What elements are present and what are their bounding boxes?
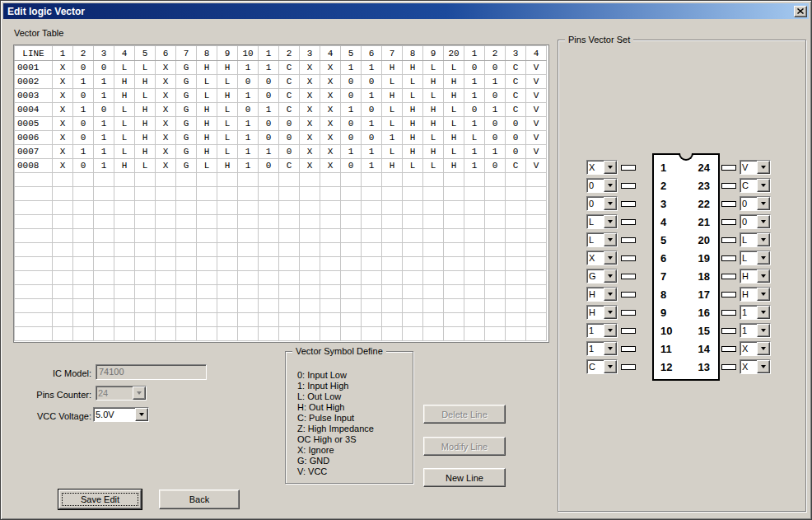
- dropdown-button[interactable]: [757, 215, 770, 228]
- vector-cell[interactable]: L: [403, 89, 423, 103]
- pin-17-combo[interactable]: H: [740, 287, 771, 302]
- vector-cell[interactable]: G: [176, 131, 197, 145]
- vector-cell[interactable]: L: [217, 75, 238, 89]
- vector-cell[interactable]: L: [114, 117, 135, 131]
- vector-cell[interactable]: 0: [259, 131, 279, 145]
- vector-cell[interactable]: G: [176, 61, 197, 75]
- dropdown-button[interactable]: [604, 269, 617, 283]
- vector-cell[interactable]: 0: [464, 103, 485, 117]
- vector-cell[interactable]: X: [156, 131, 176, 145]
- vector-cell[interactable]: 1: [464, 75, 485, 89]
- pin-11-combo[interactable]: 1: [586, 341, 618, 356]
- vector-cell[interactable]: H: [135, 131, 156, 145]
- vector-cell[interactable]: L: [464, 131, 485, 145]
- vector-table-row[interactable]: 0004X10LHXGHL01CXX10LHHL01CV: [15, 103, 547, 117]
- vector-cell[interactable]: C: [279, 61, 300, 75]
- vector-cell[interactable]: V: [526, 117, 547, 131]
- vector-cell[interactable]: V: [526, 159, 547, 173]
- vector-cell[interactable]: X: [320, 145, 341, 159]
- vector-cell[interactable]: H: [423, 103, 444, 117]
- dropdown-button[interactable]: [757, 360, 770, 373]
- vector-cell[interactable]: 0: [73, 61, 94, 75]
- line-number-cell[interactable]: 0004: [15, 103, 53, 117]
- dropdown-button[interactable]: [604, 197, 617, 210]
- dropdown-button[interactable]: [757, 233, 770, 246]
- vector-cell[interactable]: 0: [73, 89, 94, 103]
- vector-cell[interactable]: H: [444, 131, 464, 145]
- vector-cell[interactable]: L: [423, 159, 444, 173]
- vector-cell[interactable]: 1: [94, 117, 114, 131]
- vector-cell[interactable]: V: [526, 89, 547, 103]
- vector-cell[interactable]: 1: [94, 145, 114, 159]
- vector-cell[interactable]: V: [526, 75, 547, 89]
- vector-cell[interactable]: X: [156, 103, 176, 117]
- vector-cell[interactable]: V: [526, 131, 547, 145]
- vector-cell[interactable]: C: [279, 103, 300, 117]
- vector-cell[interactable]: G: [176, 145, 197, 159]
- vector-cell[interactable]: 1: [238, 61, 259, 75]
- pin-19-combo[interactable]: L: [740, 251, 771, 265]
- vector-cell[interactable]: 0: [485, 131, 506, 145]
- vector-cell[interactable]: H: [217, 159, 238, 173]
- vector-cell[interactable]: X: [300, 75, 320, 89]
- dropdown-button[interactable]: [604, 251, 617, 265]
- vector-cell[interactable]: 0: [485, 89, 506, 103]
- pin-23-combo[interactable]: C: [740, 178, 771, 193]
- pin-10-combo[interactable]: 1: [586, 323, 618, 338]
- vector-cell[interactable]: 0: [341, 159, 362, 173]
- vector-cell[interactable]: 0: [506, 145, 526, 159]
- vector-cell[interactable]: L: [444, 61, 464, 75]
- vector-cell[interactable]: H: [114, 159, 135, 173]
- vector-cell[interactable]: 1: [341, 61, 362, 75]
- vector-cell[interactable]: L: [403, 159, 423, 173]
- vector-cell[interactable]: X: [156, 145, 176, 159]
- vector-cell[interactable]: L: [197, 75, 217, 89]
- vector-cell[interactable]: C: [506, 61, 526, 75]
- vector-cell[interactable]: 1: [341, 145, 362, 159]
- vector-cell[interactable]: L: [114, 61, 135, 75]
- vector-cell[interactable]: H: [444, 159, 464, 173]
- line-number-cell[interactable]: 0001: [15, 61, 53, 75]
- vector-cell[interactable]: 1: [362, 117, 382, 131]
- vector-cell[interactable]: 0: [341, 89, 362, 103]
- vector-cell[interactable]: 0: [279, 131, 300, 145]
- dropdown-button[interactable]: [604, 233, 617, 246]
- vector-cell[interactable]: X: [300, 145, 320, 159]
- vector-cell[interactable]: X: [300, 131, 320, 145]
- vector-cell[interactable]: H: [382, 61, 403, 75]
- dropdown-button[interactable]: [757, 161, 770, 174]
- vector-cell[interactable]: 0: [341, 117, 362, 131]
- vector-cell[interactable]: X: [300, 61, 320, 75]
- vector-cell[interactable]: L: [114, 131, 135, 145]
- vector-cell[interactable]: H: [403, 145, 423, 159]
- vector-table-row[interactable]: 0008X01HLXGLH10CXX01HLLH10CV: [15, 159, 547, 173]
- vector-cell[interactable]: G: [176, 103, 197, 117]
- vector-cell[interactable]: X: [53, 145, 73, 159]
- vector-cell[interactable]: C: [279, 75, 300, 89]
- vector-table[interactable]: LINE123456789101234567892012340001X00LLX…: [13, 45, 549, 343]
- vector-cell[interactable]: H: [197, 103, 217, 117]
- vector-cell[interactable]: 1: [238, 159, 259, 173]
- vector-cell[interactable]: C: [506, 89, 526, 103]
- vector-cell[interactable]: X: [320, 89, 341, 103]
- pin-13-combo[interactable]: X: [740, 359, 771, 374]
- vector-cell[interactable]: H: [217, 61, 238, 75]
- vector-cell[interactable]: 1: [259, 103, 279, 117]
- vector-cell[interactable]: 0: [259, 159, 279, 173]
- new-line-button[interactable]: New Line: [423, 468, 506, 487]
- vector-cell[interactable]: H: [444, 89, 464, 103]
- vector-table-row[interactable]: 0005X01LHXGHL100XX01LHHL100V: [15, 117, 547, 131]
- vector-cell[interactable]: X: [320, 61, 341, 75]
- vector-cell[interactable]: X: [156, 89, 176, 103]
- vector-cell[interactable]: L: [135, 61, 156, 75]
- vector-cell[interactable]: V: [526, 145, 547, 159]
- vector-cell[interactable]: H: [197, 117, 217, 131]
- vector-cell[interactable]: L: [114, 103, 135, 117]
- vector-cell[interactable]: C: [506, 159, 526, 173]
- dropdown-button[interactable]: [757, 251, 770, 265]
- vector-cell[interactable]: C: [279, 159, 300, 173]
- pin-22-combo[interactable]: 0: [740, 196, 771, 211]
- vector-cell[interactable]: 1: [94, 75, 114, 89]
- vector-cell[interactable]: 1: [73, 145, 94, 159]
- pin-24-combo[interactable]: V: [740, 160, 771, 175]
